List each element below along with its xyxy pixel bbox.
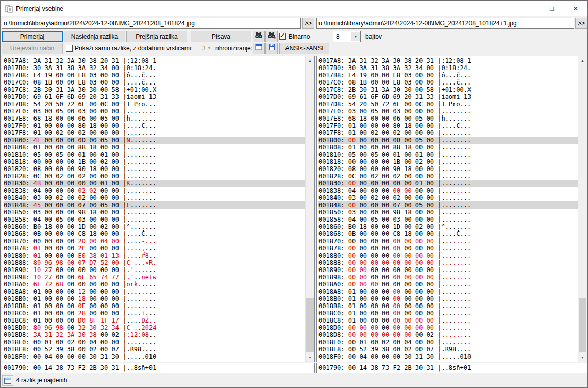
hex-row[interactable]: 001860: B0 18 00 00 1D 00 02 00 |°......… [4, 223, 306, 230]
hex-row[interactable]: 001868: 0B 00 00 00 C8 18 00 00 |....Č..… [4, 230, 306, 238]
byte-count-combobox[interactable]: 8 ▼ [333, 31, 361, 42]
scroll-down-icon[interactable]: ▼ [578, 353, 587, 362]
hex-row[interactable]: 001790: 00 14 38 73 F2 2B 30 31 |..8sñ+0… [4, 364, 314, 372]
hex-row[interactable]: 0018B0: 01 00 00 00 18 00 00 00 |.......… [4, 295, 306, 302]
hex-row[interactable]: 0017A8: 3A 31 32 3A 30 38 20 31 |:12:08 … [4, 57, 306, 64]
minimize-button[interactable]: – [516, 1, 540, 16]
hex-row[interactable]: 0017F0: 01 00 00 00 80 18 00 00 |....€..… [318, 122, 578, 129]
hex-row[interactable]: 0017B0: 30 3A 31 38 3A 32 34 00 |0:18:24… [4, 64, 306, 72]
hex-row[interactable]: 0018A0: 6F 72 6B 00 00 00 00 00 |ork....… [4, 281, 306, 288]
hex-row[interactable]: 001830: 00 00 00 00 00 00 01 00 |.......… [318, 180, 578, 187]
hex-row[interactable]: 001840: 03 00 02 00 02 00 00 00 |.......… [4, 194, 306, 201]
hex-row[interactable]: 001870: 00 00 00 00 2D 00 04 00 |....-..… [4, 238, 306, 245]
left-scrollbar-thumb[interactable] [306, 298, 314, 352]
hex-row[interactable]: 001790: 00 14 38 73 F2 2B 30 31 |..8sñ+0… [318, 364, 587, 372]
hex-row[interactable]: 001840: 03 00 02 00 02 00 00 00 |.......… [318, 194, 578, 201]
hex-row[interactable]: 0018D0: 80 96 98 00 32 30 32 34 |€–..202… [4, 324, 306, 331]
hex-row[interactable]: 001828: 0C 00 02 00 02 00 00 00 |.......… [318, 173, 578, 180]
edit-mode-button[interactable]: Urejevalni način [2, 43, 63, 54]
find-next-button[interactable] [265, 31, 278, 42]
hex-row[interactable]: 0017D0: 69 61 6F 6D 69 20 31 33 |iaomi 1… [4, 93, 306, 100]
hex-row[interactable]: 0017E8: 68 18 00 00 06 00 05 00 |h......… [318, 115, 578, 122]
hex-row[interactable]: 001808: 01 00 00 00 88 18 00 00 |.......… [4, 144, 306, 151]
hex-row[interactable]: 001880: 00 00 00 00 00 00 00 00 |.......… [318, 252, 578, 259]
hex-row[interactable]: 001888: 80 96 98 00 07 D7 52 00 |€–...×R… [4, 259, 306, 266]
hex-row[interactable]: 0017C8: 2B 30 31 3A 30 30 00 58 |+01:00.… [4, 86, 306, 93]
hex-row[interactable]: 0018E8: 00 52 39 38 00 02 00 07 |.R98...… [318, 346, 578, 353]
show-only-differences-checkbox[interactable] [66, 45, 73, 52]
hex-row[interactable]: 001878: 00 00 00 00 00 00 00 00 |.......… [318, 245, 578, 252]
hex-row[interactable]: 0017E0: 03 00 05 00 03 00 00 00 |.......… [318, 108, 578, 115]
binary-checkbox[interactable]: ✓ [279, 33, 286, 40]
hex-row[interactable]: 0017F8: 01 00 02 00 02 00 00 00 |.......… [318, 129, 578, 137]
hex-row[interactable]: 001838: 04 00 00 00 02 02 00 00 |.......… [4, 187, 306, 194]
hex-row[interactable]: 0018A8: 01 00 00 00 00 00 00 00 |.......… [318, 288, 578, 295]
close-button[interactable]: × [564, 1, 587, 16]
hex-row[interactable]: 001868: 0B 00 00 00 C8 18 00 00 |....Č..… [318, 230, 578, 238]
hex-row[interactable]: 001820: 08 00 00 00 90 18 00 00 |.......… [4, 165, 306, 173]
hex-row[interactable]: 0018B8: 01 00 00 00 00 00 00 00 |.......… [318, 302, 578, 310]
hex-row[interactable]: 0017C0: 08 1B 00 00 E8 03 00 00 |....č..… [4, 79, 306, 86]
hex-row[interactable]: 0017B0: 30 3A 31 38 3A 32 34 00 |0:18:24… [318, 64, 578, 72]
hex-row[interactable]: 001808: 01 00 00 00 88 18 00 00 |.......… [318, 144, 578, 151]
scroll-up-icon[interactable]: ▲ [306, 56, 314, 65]
hex-row[interactable]: 0017F8: 01 00 02 00 02 00 00 00 |.......… [4, 129, 306, 137]
hex-row[interactable]: 001858: 04 00 05 00 03 00 00 00 |.......… [318, 216, 578, 223]
left-file-path-input[interactable] [2, 18, 301, 29]
hex-row[interactable]: 001880: 01 00 00 00 E0 38 01 13 |....ŕ8.… [4, 252, 306, 259]
hex-row[interactable]: 001858: 04 00 05 00 03 00 00 00 |.......… [4, 216, 306, 223]
hex-row[interactable]: 0018F0: 00 04 00 00 00 30 31 30 |.....01… [4, 353, 306, 360]
hex-row[interactable]: 0018E0: 00 01 00 02 00 04 00 00 |.......… [318, 339, 578, 346]
right-path-browse-button[interactable]: >> [575, 18, 587, 29]
hex-row[interactable]: 0018F0: 00 04 00 00 00 30 31 30 |.....01… [318, 353, 578, 360]
hex-row[interactable]: 0018C0: 01 00 00 00 2B 00 00 00 |....+..… [4, 310, 306, 317]
hex-row[interactable]: 001820: 08 00 00 00 90 18 00 00 |.......… [318, 165, 578, 173]
hex-row[interactable]: 0018C8: 01 00 00 00 D0 8F 1F 17 |....ĐŹ.… [4, 317, 306, 324]
scroll-down-icon[interactable]: ▼ [306, 353, 314, 362]
hex-row[interactable]: 0017B8: F4 19 00 00 E8 03 00 00 |ô...č..… [4, 72, 306, 79]
hex-row[interactable]: 0017C0: 08 1B 00 00 E8 03 00 00 |....č..… [318, 79, 578, 86]
next-difference-button[interactable]: Naslednja razlika [64, 31, 125, 42]
hex-row[interactable]: 001848: 45 00 00 00 07 00 05 00 |E......… [4, 201, 306, 209]
hex-row[interactable]: 0018C0: 01 00 00 00 00 00 00 00 |.......… [318, 310, 578, 317]
hex-row[interactable]: 0018E0: 00 01 00 02 00 04 00 00 |.......… [4, 339, 306, 346]
hex-row[interactable]: 001828: 0C 00 02 00 02 00 00 00 |.......… [4, 173, 306, 180]
hex-row[interactable]: 001898: 00 00 00 00 00 00 00 00 |.......… [318, 274, 578, 281]
hex-row[interactable]: 001860: B0 18 00 00 1D 00 02 00 |°......… [318, 223, 578, 230]
hex-row[interactable]: 001878: 01 00 00 00 2C 00 00 00 |....,..… [4, 245, 306, 252]
ansi-conversion-button[interactable]: ANSI<->ANSI [279, 43, 329, 54]
hex-row[interactable]: 001888: 00 00 00 00 00 00 00 00 |.......… [318, 259, 578, 266]
hex-row[interactable]: 0018E8: 00 52 39 38 00 02 00 07 |.R98...… [4, 346, 306, 353]
extra-lines-combobox[interactable]: 3 ▼ [199, 43, 214, 54]
hex-row[interactable]: 001898: 10 27 00 00 6E 65 74 77 |.'..net… [4, 274, 306, 281]
hex-row[interactable]: 001850: 03 00 00 00 98 18 00 00 |.......… [318, 209, 578, 216]
hex-row[interactable]: 001810: 05 00 05 00 01 00 01 00 |.......… [4, 151, 306, 158]
hex-row[interactable]: 0017D8: 54 20 50 72 6F 00 0C 00 |T Pro..… [4, 100, 306, 108]
right-file-path-input[interactable] [316, 18, 574, 29]
find-button[interactable] [253, 31, 265, 42]
save-button[interactable] [265, 43, 278, 54]
left-scrollbar[interactable]: ▲ ▼ [305, 56, 314, 362]
hex-row[interactable]: 001838: 04 00 00 00 00 00 00 00 |.......… [318, 187, 578, 194]
hex-row[interactable]: 0018A0: 00 00 00 00 00 00 00 00 |.......… [318, 281, 578, 288]
hex-row[interactable]: 001800: 4E 00 00 00 0D 00 05 00 |N......… [4, 137, 306, 144]
previous-difference-button[interactable]: Prejšnja razlika [126, 31, 187, 42]
font-button[interactable]: Pisava [191, 31, 251, 42]
hex-row[interactable]: 0018D8: 3A 31 32 3A 30 38 00 02 |:12:08.… [4, 331, 306, 339]
hex-row[interactable]: 001818: 00 00 00 00 1B 00 02 00 |.......… [4, 158, 306, 165]
hex-row[interactable]: 0017E8: 68 18 00 00 06 00 05 00 |h......… [4, 115, 306, 122]
hex-row[interactable]: 0017D0: 69 61 6F 6D 69 20 31 33 |iaomi 1… [318, 93, 578, 100]
hex-row[interactable]: 0017A8: 3A 31 32 3A 30 38 20 31 |:12:08 … [318, 57, 578, 64]
compare-button[interactable]: Primerjaj [2, 31, 63, 42]
left-path-browse-button[interactable]: >> [302, 18, 314, 29]
hex-row[interactable]: 0017C8: 2B 30 31 3A 30 30 00 58 |+01:00.… [318, 86, 578, 93]
hex-row[interactable]: 001890: 10 27 00 00 00 00 00 00 |.'.....… [4, 266, 306, 274]
right-scrollbar[interactable]: ▲ ▼ [578, 56, 587, 362]
hex-row[interactable]: 0017E0: 03 00 05 00 03 00 00 00 |.......… [4, 108, 306, 115]
hex-row[interactable]: 0017F0: 01 00 00 00 80 18 00 00 |....€..… [4, 122, 306, 129]
scroll-up-icon[interactable]: ▲ [578, 56, 587, 65]
maximize-button[interactable]: □ [540, 1, 564, 16]
hex-row[interactable]: 001800: 00 00 00 00 0D 00 05 00 |.......… [318, 137, 578, 144]
hex-row[interactable]: 0018B8: 01 00 00 00 0E 00 00 00 |.......… [4, 302, 306, 310]
hex-row[interactable]: 0017B8: F4 19 00 00 E8 03 00 00 |ô...č..… [318, 72, 578, 79]
